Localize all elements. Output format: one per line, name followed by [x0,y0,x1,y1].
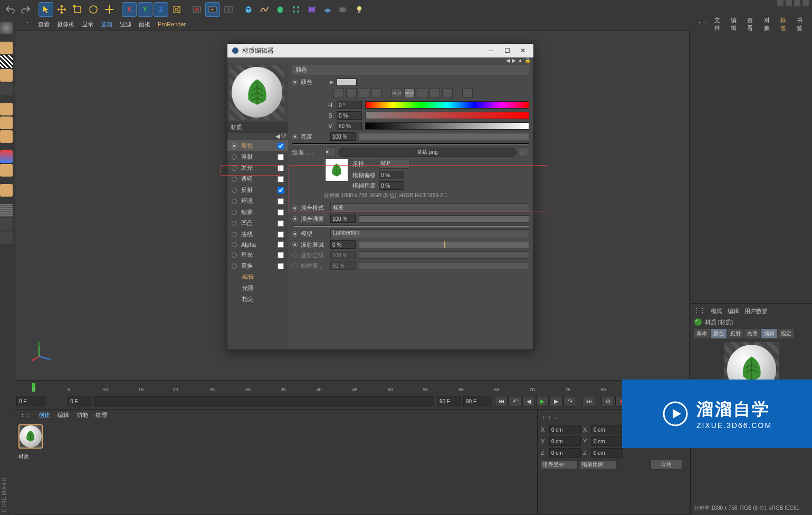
vp-zoom-icon[interactable] [786,0,792,6]
channel-bump[interactable]: 凹凸 [227,218,288,229]
x-axis-lock[interactable]: X [122,2,137,17]
deformer-button[interactable] [304,2,319,17]
channel-glow[interactable]: 辉光 [227,249,288,260]
brightness-slider[interactable] [359,133,529,140]
workplane-icon[interactable] [0,69,13,82]
menu-icon[interactable]: ⋮⋮ [19,21,31,28]
pos-z-field[interactable] [549,448,581,458]
color-swatch[interactable] [337,79,357,86]
chan-tab-illum[interactable]: 光照 [744,329,760,338]
attr-mode[interactable]: 模式 [711,307,722,315]
mat-menu-function[interactable]: 功能 [77,411,88,419]
coord-system[interactable] [169,2,184,17]
coord-space-dropdown[interactable]: 世界坐标 [541,460,578,469]
maximize-button[interactable]: ☐ [501,45,513,56]
rgb-icon[interactable]: RGB [391,89,402,98]
mat-menu-texture[interactable]: 纹理 [95,411,107,419]
mixmode-dropdown[interactable]: 标准 [330,203,529,212]
pos-x-field[interactable] [549,425,581,434]
attr-edit[interactable]: 编辑 [728,307,739,315]
nav-prev-icon[interactable]: ◀ [275,133,280,140]
point-mode-icon[interactable] [0,103,13,115]
blur-scale-field[interactable] [379,181,404,190]
axis-mode-icon[interactable] [0,150,13,163]
channel-normal[interactable]: 法线 [227,229,288,240]
menu-icon[interactable]: ⋮⋮ [696,21,708,28]
channel-fog-toggle[interactable] [278,209,284,216]
texture-browse-button[interactable]: … [519,148,529,157]
sat-field[interactable] [337,111,362,120]
vp-menu-panel[interactable]: 面板 [139,21,150,28]
minimize-button[interactable]: ─ [485,45,498,56]
hue-field[interactable] [337,101,362,109]
play-button[interactable]: ▶ [536,396,549,406]
object-mode-icon[interactable] [0,83,13,95]
rotate-tool[interactable] [86,2,101,17]
vp-maximize-icon[interactable] [803,0,809,6]
model-dropdown[interactable]: Lambertian [330,229,529,238]
prev-frame-button[interactable]: ◀ [522,396,535,406]
record-button[interactable]: ⊘ [601,396,614,406]
radio-icon[interactable] [292,206,298,211]
mat-menu-edit[interactable]: 编辑 [58,411,69,419]
vp-menu-display[interactable]: 显示 [82,21,93,28]
texture-thumbnail[interactable] [325,159,348,182]
channel-editor[interactable]: 编辑 [227,271,288,283]
step-fwd-button[interactable]: ↷ [563,396,576,406]
menu-icon[interactable]: ⋮⋮ [694,307,705,315]
channel-environment-toggle[interactable] [278,198,284,205]
mograph-button[interactable] [289,2,303,17]
picker-icon[interactable] [333,89,344,98]
apply-button[interactable]: 应用 [651,459,682,470]
snap-icon[interactable] [0,164,13,177]
channel-luminance[interactable]: 发光 [227,162,288,173]
vp-rotate-icon[interactable] [794,0,800,6]
frame-end2-field[interactable] [463,396,492,406]
texture-mode-icon[interactable] [0,55,13,68]
redo-button[interactable] [18,2,33,17]
tweak-icon[interactable] [0,184,13,197]
vp-menu-filter[interactable]: 过滤 [120,21,131,28]
render-view-button[interactable] [189,2,204,17]
channel-assignment[interactable]: 指定 [227,294,288,305]
timeline[interactable]: 05 1015 2025 3035 4045 5055 6065 7075 80… [14,382,691,393]
spline-primitive[interactable] [257,2,272,17]
select-tool[interactable] [39,2,53,17]
z-axis-lock[interactable]: Z [154,2,168,17]
chan-tab-assign[interactable]: 指定 [778,329,794,338]
goto-start-button[interactable]: ⏮ [495,396,508,406]
floor-button[interactable] [320,2,335,17]
vp-pan-icon[interactable] [777,0,784,6]
size-x-field[interactable] [591,425,623,434]
texture-file-field[interactable]: 草莓.png [339,148,516,157]
channel-normal-toggle[interactable] [278,231,284,238]
eyedropper-icon[interactable] [462,89,473,98]
close-button[interactable]: ✕ [517,45,529,56]
val-field[interactable] [337,122,362,130]
channel-diffuse[interactable]: 漫射 [227,151,288,162]
blur-offset-field[interactable] [379,171,404,179]
nav-next-icon[interactable]: ↗ [281,133,286,138]
grid-icon[interactable] [0,204,13,217]
radio-icon[interactable] [292,231,298,237]
val-slider[interactable] [365,122,529,130]
radio-icon[interactable] [292,134,298,139]
pos-y-field[interactable] [549,436,581,446]
channel-reflection[interactable]: 反射 [227,184,288,196]
channel-displacement[interactable]: 置换 [227,260,288,271]
chan-tab-reflect[interactable]: 反射 [728,329,743,338]
attr-userdata[interactable]: 用户数据 [744,307,768,315]
step-back-button[interactable]: ↶ [509,396,521,406]
render-button[interactable] [205,2,220,17]
camera-button[interactable] [336,2,351,17]
uv-icon[interactable] [0,231,13,244]
kelvin-icon[interactable] [417,89,427,98]
material-name-field[interactable]: 材质 [227,122,288,133]
image-icon[interactable] [371,89,382,98]
scale-tool[interactable] [70,2,85,17]
radio-icon[interactable] [292,242,298,247]
lock-icon[interactable] [0,218,13,230]
nav-up-icon[interactable]: ▲ [518,57,523,63]
channel-luminance-toggle[interactable] [278,165,284,171]
mixstrength-slider[interactable] [359,215,529,222]
